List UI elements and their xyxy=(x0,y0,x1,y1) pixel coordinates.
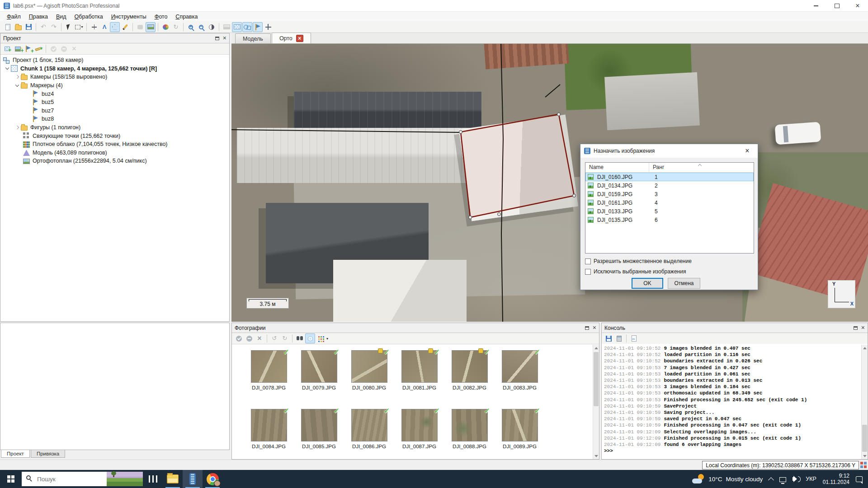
rotate-right-icon[interactable] xyxy=(280,333,290,343)
marker-point-icon[interactable] xyxy=(89,22,99,32)
column-name[interactable]: Name xyxy=(585,163,649,172)
show-image-icon[interactable] xyxy=(146,22,156,32)
column-rank[interactable]: Ранг xyxy=(649,163,754,172)
undo-icon[interactable] xyxy=(38,22,48,32)
image-row[interactable]: DJI_0135.JPG 6 xyxy=(585,216,754,224)
photo-item[interactable]: DJI_0079.JPG xyxy=(294,350,344,409)
photo-item[interactable]: DJI_0080.JPG xyxy=(344,350,394,409)
dialog-close-icon[interactable] xyxy=(741,144,754,158)
photo-item[interactable]: DJI_0083.JPG xyxy=(495,350,545,409)
photo-item[interactable]: DJI_0082.JPG xyxy=(444,350,495,409)
navigation-icon[interactable] xyxy=(263,22,273,32)
exclude-selected-option[interactable]: Исключить выбранные изображения xyxy=(585,268,686,275)
open-project-icon[interactable] xyxy=(13,22,23,32)
scroll-up-icon[interactable] xyxy=(593,345,599,351)
contrast-icon[interactable] xyxy=(207,22,217,32)
add-marker-icon[interactable] xyxy=(23,44,33,54)
minimize-button[interactable] xyxy=(806,0,826,12)
tree-item[interactable]: Ортофотоплан (21556x22894, 5.04 см/пикс) xyxy=(0,157,229,165)
thumbnail-size-icon[interactable] xyxy=(316,333,326,343)
menu-item[interactable]: Фото xyxy=(151,13,172,21)
ok-button[interactable]: OK xyxy=(632,278,663,289)
photo-item[interactable]: DJI_0084.JPG xyxy=(244,409,294,459)
tree-item[interactable]: buz4 xyxy=(0,89,229,98)
tray-expand-icon[interactable] xyxy=(768,477,774,483)
enable-item-icon[interactable] xyxy=(48,44,58,54)
photos-scrollbar[interactable] xyxy=(593,345,599,459)
expander-icon[interactable] xyxy=(13,85,21,86)
draw-polyline-icon[interactable] xyxy=(120,22,130,32)
tree-item[interactable]: Chunk 1 (158 камер, 4 маркера, 125,662 т… xyxy=(0,65,229,73)
find-photo-icon[interactable] xyxy=(295,333,305,343)
image-row[interactable]: DJI_0134.JPG 2 xyxy=(585,181,754,190)
tree-item[interactable]: Фигуры (1 полигон) xyxy=(0,123,229,132)
float-panel-icon[interactable] xyxy=(585,326,589,330)
redo-icon[interactable] xyxy=(49,22,59,32)
enable-photo-icon[interactable] xyxy=(234,333,244,343)
remove-photo-icon[interactable] xyxy=(255,333,264,343)
rotate-left-icon[interactable] xyxy=(269,333,279,343)
reset-view-icon[interactable] xyxy=(222,22,231,32)
start-button[interactable] xyxy=(0,470,22,488)
thumbnail-size-caret-icon[interactable]: ▾ xyxy=(326,337,328,341)
close-panel-icon[interactable] xyxy=(593,324,596,331)
menu-item[interactable]: Обработка xyxy=(71,13,107,21)
console-scrollbar[interactable] xyxy=(861,345,868,459)
draw-polygon-icon[interactable] xyxy=(110,22,120,32)
menu-item[interactable]: Вид xyxy=(52,13,71,21)
taskbar-search[interactable] xyxy=(22,472,143,486)
file-explorer-button[interactable] xyxy=(163,470,183,488)
console-log[interactable]: 2024-11-01 09:10:529 images blended in 0… xyxy=(602,344,868,459)
vertex-tool-icon[interactable] xyxy=(99,22,109,32)
close-panel-icon[interactable] xyxy=(223,35,226,42)
maximize-button[interactable] xyxy=(826,0,847,12)
pane-tab[interactable]: Проект xyxy=(1,450,30,458)
close-button[interactable] xyxy=(847,0,868,12)
photo-item[interactable]: DJI_0085.JPG xyxy=(294,409,344,459)
tree-item[interactable]: Связующие точки (125,662 точки) xyxy=(0,131,229,140)
tree-item[interactable]: buz8 xyxy=(0,115,229,123)
menu-item[interactable]: Справка xyxy=(171,13,202,21)
scroll-up-icon[interactable] xyxy=(862,345,868,351)
projection-icon[interactable] xyxy=(860,462,867,468)
save-log-icon[interactable] xyxy=(604,333,613,343)
image-row[interactable]: DJI_0133.JPG 5 xyxy=(585,207,754,216)
tree-item[interactable]: Плотное облако (7,104,055 точек, Низкое … xyxy=(0,140,229,149)
photo-item[interactable]: DJI_0088.JPG xyxy=(444,409,495,459)
tree-item[interactable]: Маркеры (4) xyxy=(0,81,229,90)
pane-tab[interactable]: Привязка xyxy=(31,450,65,458)
run-script-icon[interactable] xyxy=(629,333,639,343)
photo-item[interactable]: DJI_0086.JPG xyxy=(344,409,394,459)
tree-item[interactable]: Модель (463,089 полигонов) xyxy=(0,149,229,157)
checkbox[interactable] xyxy=(585,258,591,264)
menu-item[interactable]: Инструменты xyxy=(107,13,151,21)
search-input[interactable] xyxy=(37,476,100,483)
clear-log-icon[interactable] xyxy=(614,333,624,343)
checkbox[interactable] xyxy=(585,269,591,275)
notification-center-icon[interactable] xyxy=(856,476,863,482)
scroll-down-icon[interactable] xyxy=(862,453,868,459)
show-shapes-icon[interactable] xyxy=(242,22,252,32)
tree-item[interactable]: Проект (1 блок, 158 камер) xyxy=(0,56,229,65)
tree-item[interactable]: buz5 xyxy=(0,98,229,107)
rect-selection-icon[interactable]: ▾ xyxy=(74,22,84,32)
select-arrow-icon[interactable] xyxy=(64,22,74,32)
expander-icon[interactable] xyxy=(13,126,21,129)
ortho-viewport[interactable]: 3.75 м Y X xyxy=(231,44,868,322)
cancel-button[interactable]: Отмена xyxy=(668,278,700,289)
photo-item[interactable]: DJI_0078.JPG xyxy=(244,350,294,409)
float-panel-icon[interactable] xyxy=(215,37,219,40)
rotate-image-icon[interactable] xyxy=(171,22,181,32)
photo-item[interactable]: DJI_0089.JPG xyxy=(495,409,545,459)
zoom-out-icon[interactable] xyxy=(196,22,206,32)
search-highlight-image[interactable] xyxy=(107,472,143,486)
add-scalebar-icon[interactable] xyxy=(33,44,43,54)
tab-ortho[interactable]: Орто xyxy=(272,33,311,43)
show-markers-icon[interactable] xyxy=(253,22,263,32)
clock[interactable]: 9:12 01.11.2024 xyxy=(823,473,849,485)
add-photos-icon[interactable] xyxy=(13,44,23,54)
add-chunk-icon[interactable] xyxy=(2,44,12,54)
chrome-button[interactable] xyxy=(203,470,222,488)
photo-item[interactable]: DJI_0087.JPG xyxy=(394,409,444,459)
network-icon[interactable] xyxy=(779,477,786,482)
